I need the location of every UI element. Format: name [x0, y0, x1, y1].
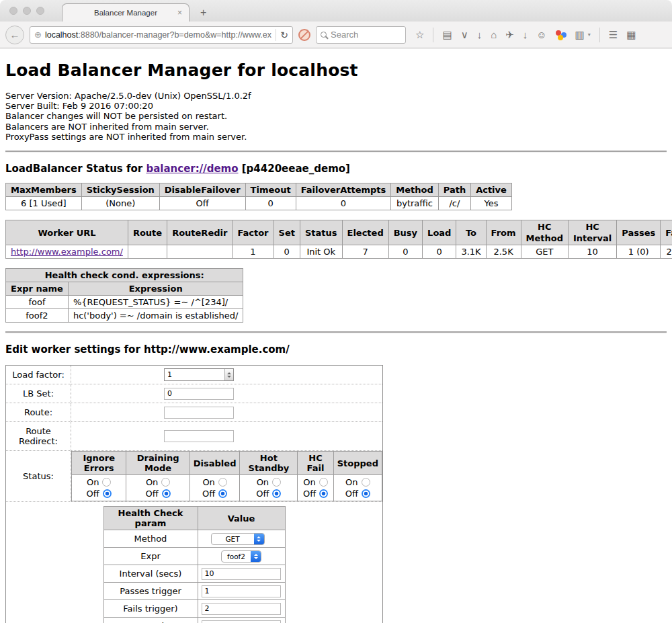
ignore-errors-on-radio[interactable]: [102, 478, 111, 487]
extension-dots-icon[interactable]: [556, 30, 566, 40]
stopped-off-radio[interactable]: [362, 489, 370, 498]
ignore-errors-off-radio[interactable]: [103, 489, 112, 498]
route-redirect-input[interactable]: [164, 430, 234, 442]
tab-title: Balancer Manager: [94, 9, 157, 17]
status-draining-mode-cell: On Off: [126, 475, 190, 501]
tab-balancer-manager[interactable]: Balancer Manager ×: [62, 3, 190, 22]
worker-url-link[interactable]: http://www.example.com/: [11, 247, 123, 257]
table-header-row: Ignore Errors Draining Mode Disabled Hot…: [72, 452, 382, 475]
window-minimize-button[interactable]: [23, 7, 31, 15]
status-radio-row: On Off On Off On Off On: [72, 475, 382, 501]
url-text[interactable]: localhost:8880/balancer-manager?b=demo&w…: [45, 30, 271, 40]
stopped-on-radio[interactable]: [362, 478, 370, 487]
disabled-off-radio[interactable]: [218, 489, 227, 498]
hot-standby-off-radio[interactable]: [272, 489, 281, 498]
select-stepper-icon: [254, 534, 264, 544]
table-row: 6 [1 Used] (None) Off 0 0 bytraffic /c/ …: [6, 197, 512, 210]
hc-expr-row: Expr foof2: [103, 548, 285, 565]
select-stepper-icon: [251, 551, 261, 562]
new-tab-button[interactable]: +: [200, 7, 206, 19]
globe-icon: ⊕: [34, 30, 42, 40]
form-row-health-check: Health Check param Value Method GET: [6, 502, 383, 623]
server-info-line: Server Built: Feb 9 2016 07:00:20: [5, 101, 667, 111]
toolbar-separator: [433, 28, 433, 42]
save-page-icon[interactable]: ↓: [523, 30, 528, 40]
pages-icon[interactable]: ▦: [626, 30, 636, 40]
bookmark-star-icon[interactable]: ☆: [415, 30, 424, 40]
hot-standby-on-radio[interactable]: [272, 478, 281, 487]
search-input[interactable]: [331, 30, 401, 40]
reload-icon[interactable]: ↻: [280, 30, 288, 40]
lb-set-input[interactable]: [164, 388, 234, 400]
window-controls[interactable]: [9, 7, 44, 15]
route-input[interactable]: [164, 407, 234, 419]
form-row-route-redirect: Route Redirect:: [6, 422, 383, 451]
hc-uri-row: HC uri: [103, 618, 285, 623]
divider: [5, 331, 667, 333]
table-header-row: MaxMembers StickySession DisableFailover…: [6, 183, 512, 197]
container-tab-icon[interactable]: ▥: [575, 30, 585, 40]
page-title: Load Balancer Manager for localhost: [5, 60, 667, 80]
divider: [5, 151, 667, 152]
status-stopped-cell: On Off: [333, 475, 382, 501]
hc-method-row: Method GET: [103, 530, 285, 548]
home-icon[interactable]: ⌂: [491, 30, 497, 40]
hc-uri-input[interactable]: [202, 620, 281, 623]
hc-interval-row: Interval (secs): [103, 565, 285, 583]
pocket-icon[interactable]: ∨: [461, 30, 468, 40]
balancer-demo-link[interactable]: balancer://demo: [146, 163, 238, 175]
passes-input[interactable]: [202, 585, 281, 597]
hc-fail-off-radio[interactable]: [319, 489, 328, 498]
window-close-button[interactable]: [9, 7, 17, 15]
route-redirect-label: Route Redirect:: [6, 422, 71, 451]
status-label: Status:: [6, 451, 71, 502]
server-info-line: Server Version: Apache/2.5.0-dev (Unix) …: [5, 91, 667, 101]
hc-fail-on-radio[interactable]: [319, 478, 328, 487]
table-row: foof2 hc('body') =~ /domain is establish…: [6, 309, 243, 323]
health-check-param-table: Health Check param Value Method GET: [103, 506, 286, 623]
url-bar[interactable]: ⊕ localhost:8880/balancer-manager?b=demo…: [30, 26, 293, 44]
window-zoom-button[interactable]: [36, 7, 44, 15]
browser-chrome: Balancer Manager × + ← ⊕ localhost:8880/…: [0, 0, 672, 48]
form-row-route: Route:: [6, 403, 383, 422]
chat-icon[interactable]: ☺: [536, 30, 546, 40]
expr-select[interactable]: foof2: [221, 550, 261, 563]
url-separator: [276, 29, 276, 41]
downloads-icon[interactable]: ↓: [477, 30, 482, 40]
search-box[interactable]: [316, 26, 406, 44]
interval-input[interactable]: [202, 568, 281, 580]
form-row-status: Status: Ignore Errors Draining Mode Disa…: [6, 451, 383, 502]
load-factor-input[interactable]: 1: [164, 368, 234, 381]
draining-mode-off-radio[interactable]: [162, 489, 171, 498]
route-label: Route:: [6, 403, 71, 422]
balancer-status-table: MaxMembers StickySession DisableFailover…: [5, 183, 512, 210]
reading-list-icon[interactable]: ▤: [442, 30, 452, 40]
hc-passes-row: Passes trigger: [103, 583, 285, 600]
menu-hamburger-icon[interactable]: ☰: [609, 30, 618, 40]
number-spinner-icon[interactable]: [224, 369, 233, 380]
toolbar-icons: ☆ ▤ ∨ ↓ ⌂ ✈ ↓ ☺ ▥ ▾ ☰ ▦: [415, 28, 636, 42]
status-hot-standby-cell: On Off: [240, 475, 298, 501]
container-caret-icon[interactable]: ▾: [588, 32, 591, 38]
send-icon[interactable]: ✈: [505, 30, 514, 40]
balancer-status-heading: LoadBalancer Status for balancer://demo …: [5, 163, 667, 175]
table-row: foof %{REQUEST_STATUS} =~ /^[234]/: [6, 296, 243, 309]
table-title-row: Health check cond. expressions:: [6, 269, 243, 282]
search-icon: [321, 32, 327, 38]
draining-mode-on-radio[interactable]: [161, 478, 170, 487]
status-table: Ignore Errors Draining Mode Disabled Hot…: [71, 451, 382, 501]
hc-fails-row: Fails trigger): [103, 600, 285, 618]
worker-table: Worker URL Route RouteRedir Factor Set S…: [5, 220, 672, 259]
form-row-lb-set: LB Set:: [6, 384, 383, 403]
tab-close-icon[interactable]: ×: [177, 8, 182, 17]
page-content: Load Balancer Manager for localhost Serv…: [0, 60, 672, 623]
table-header-row: Expr name Expression: [6, 282, 243, 296]
server-info-line: Balancer changes will NOT be persisted o…: [5, 111, 667, 121]
disabled-on-radio[interactable]: [218, 478, 227, 487]
back-button[interactable]: ←: [5, 26, 24, 44]
server-info-line: Balancers are NOT inherited from main se…: [5, 122, 667, 132]
method-select[interactable]: GET: [211, 533, 265, 545]
adblock-icon[interactable]: [298, 29, 310, 41]
edit-worker-heading: Edit worker settings for http://www.exam…: [5, 343, 667, 356]
fails-input[interactable]: [202, 603, 281, 615]
